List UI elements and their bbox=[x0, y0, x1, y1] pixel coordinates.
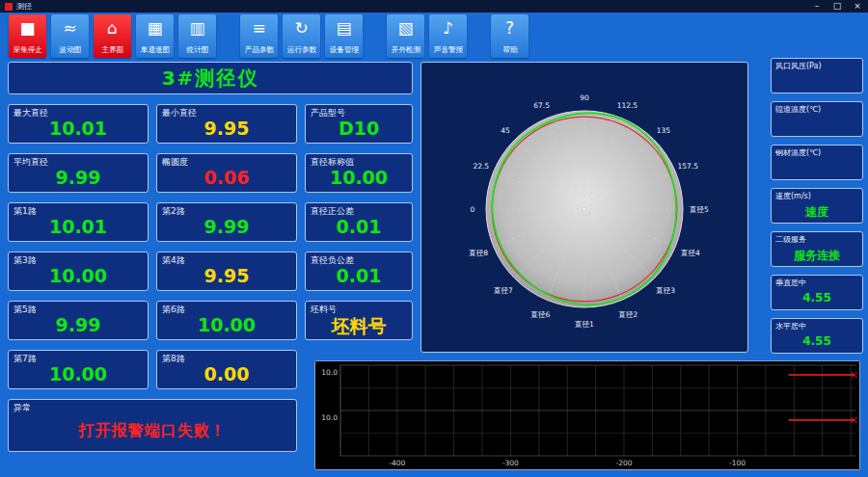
field-max-diameter: 最大直径10.01 bbox=[8, 104, 149, 144]
alarm-message: 打开报警端口失败！ bbox=[9, 421, 296, 441]
field-value: 9.99 bbox=[9, 167, 148, 188]
field-billet-no: 坯料号坯料号 bbox=[305, 301, 413, 340]
field-value: 9.99 bbox=[157, 216, 296, 237]
field-product-model: 产品型号D10 bbox=[305, 104, 413, 144]
svg-text:-200: -200 bbox=[615, 459, 632, 467]
svg-text:112.5: 112.5 bbox=[617, 101, 638, 110]
single-channel-chart-button[interactable]: ▦单通道图 bbox=[136, 14, 174, 58]
device-icon: ▤ bbox=[336, 17, 351, 39]
sound-alarm-button[interactable]: ♪声音警报 bbox=[429, 14, 467, 58]
toolbar-button-label: 波动图 bbox=[59, 44, 81, 54]
status-label: 水平居中 bbox=[775, 321, 806, 331]
window-icon: ▧ bbox=[397, 17, 413, 39]
field-value: D10 bbox=[306, 118, 412, 139]
field-value: 0.01 bbox=[306, 265, 412, 286]
help-icon: ? bbox=[505, 17, 514, 39]
field-channel-5: 第5路9.99 bbox=[8, 301, 149, 340]
status-label: 速度(m/s) bbox=[775, 191, 811, 201]
svg-text:90: 90 bbox=[580, 93, 589, 102]
svg-text:直径6: 直径6 bbox=[530, 310, 551, 319]
device-management-button[interactable]: ▤设备管理 bbox=[325, 14, 363, 58]
status-value: 服务连接 bbox=[772, 248, 862, 264]
help-button[interactable]: ?帮助 bbox=[491, 14, 529, 58]
field-value: 9.95 bbox=[157, 265, 296, 286]
profile-chart-panel: 022.54567.590112.5135157.5直径1直径2直径3直径4直径… bbox=[420, 62, 748, 353]
field-channel-4: 第4路9.95 bbox=[156, 252, 297, 291]
status-value: 速度 bbox=[772, 204, 862, 221]
field-value: 9.99 bbox=[9, 314, 148, 335]
field-value: 坯料号 bbox=[306, 314, 412, 339]
field-value: 10.00 bbox=[9, 265, 148, 286]
app-icon bbox=[5, 3, 13, 11]
external-detect-button[interactable]: ▧开外检测 bbox=[387, 14, 424, 58]
status-label: 辊道温度(℃) bbox=[775, 104, 821, 115]
svg-text:10.0: 10.0 bbox=[321, 413, 338, 422]
status-horizontal-center: 水平居中4.55 bbox=[771, 318, 863, 354]
toolbar-button-label: 开外检测 bbox=[391, 44, 420, 54]
status-label: 二级服务 bbox=[775, 234, 806, 245]
svg-text:直径2: 直径2 bbox=[618, 310, 638, 319]
profile-polar-chart: 022.54567.590112.5135157.5直径1直径2直径3直径4直径… bbox=[421, 63, 747, 352]
status-roller-temp: 辊道温度(℃) bbox=[771, 101, 863, 137]
svg-text:45: 45 bbox=[501, 126, 510, 135]
svg-text:直径8: 直径8 bbox=[468, 249, 488, 257]
svg-text:0: 0 bbox=[471, 205, 475, 214]
home-icon: ⌂ bbox=[107, 17, 118, 39]
field-channel-8: 第8路0.00 bbox=[156, 350, 297, 389]
alarm-label: 异常 bbox=[14, 402, 31, 414]
window-title: 测径 bbox=[16, 1, 811, 12]
toolbar-button-label: 单通道图 bbox=[140, 44, 169, 54]
field-plus-tolerance: 直径正公差0.01 bbox=[305, 202, 413, 242]
svg-text:-400: -400 bbox=[389, 459, 405, 467]
field-minus-tolerance: 直径负公差0.01 bbox=[305, 252, 413, 291]
status-steel-temp: 钢材温度(℃) bbox=[771, 145, 863, 180]
svg-text:直径3: 直径3 bbox=[655, 286, 675, 295]
toolbar-button-label: 产品参数 bbox=[244, 44, 273, 54]
run-params-button[interactable]: ↻运行参数 bbox=[283, 14, 320, 58]
status-vertical-center: 垂直居中4.55 bbox=[771, 275, 863, 310]
field-value: 10.01 bbox=[9, 216, 148, 237]
field-value: 10.01 bbox=[9, 118, 148, 139]
stop-acquisition-button[interactable]: ■采集停止 bbox=[9, 14, 46, 58]
svg-text:直径4: 直径4 bbox=[680, 249, 700, 257]
grid-chart-icon: ▦ bbox=[147, 17, 162, 39]
field-value: 0.01 bbox=[306, 216, 412, 237]
field-nominal-diameter: 直径标称值10.00 bbox=[305, 153, 413, 193]
main-screen-button[interactable]: ⌂主界面 bbox=[94, 14, 131, 58]
field-ovality: 椭圆度0.06 bbox=[156, 153, 297, 193]
gauge-title: 3#测径仪 bbox=[162, 66, 259, 92]
statistics-chart-button[interactable]: ▥统计图 bbox=[178, 14, 216, 58]
svg-text:135: 135 bbox=[657, 126, 671, 135]
field-value: 9.95 bbox=[157, 118, 296, 139]
svg-text:直径7: 直径7 bbox=[493, 286, 513, 295]
svg-text:直径1: 直径1 bbox=[574, 320, 594, 329]
status-label: 垂直居中 bbox=[775, 278, 806, 288]
field-value: 10.00 bbox=[306, 167, 412, 188]
close-button[interactable]: × bbox=[852, 1, 863, 12]
bar-chart-icon: ▥ bbox=[189, 17, 204, 39]
toolbar-button-label: 采集停止 bbox=[13, 44, 41, 54]
titlebar: 测径 – □ × bbox=[0, 0, 868, 13]
product-params-button[interactable]: ≡产品参数 bbox=[240, 14, 278, 58]
status-label: 钢材温度(℃) bbox=[775, 147, 821, 158]
wave-chart-button[interactable]: ≈波动图 bbox=[51, 14, 89, 58]
svg-text:67.5: 67.5 bbox=[533, 101, 550, 110]
svg-text:直径5: 直径5 bbox=[689, 205, 709, 214]
field-avg-diameter: 平均直径9.99 bbox=[8, 153, 149, 193]
field-channel-2: 第2路9.99 bbox=[156, 202, 297, 242]
status-panel: 风口风压(Pa)辊道温度(℃)钢材温度(℃)速度(m/s)速度二级服务服务连接垂… bbox=[771, 58, 863, 361]
status-air-pressure: 风口风压(Pa) bbox=[771, 58, 863, 93]
status-speed: 速度(m/s)速度 bbox=[771, 188, 863, 224]
maximize-button[interactable]: □ bbox=[831, 1, 843, 12]
field-value: 0.00 bbox=[157, 363, 296, 384]
svg-text:157.5: 157.5 bbox=[677, 162, 698, 171]
minimize-button[interactable]: – bbox=[811, 1, 823, 12]
toolbar-button-label: 声音警报 bbox=[433, 44, 462, 54]
svg-text:10.0: 10.0 bbox=[321, 368, 338, 377]
field-channel-3: 第3路10.00 bbox=[8, 252, 149, 291]
toolbar-button-label: 主界面 bbox=[101, 44, 123, 54]
field-min-diameter: 最小直径9.95 bbox=[156, 104, 297, 144]
window-controls: – □ × bbox=[811, 1, 863, 12]
field-value: 0.06 bbox=[157, 167, 296, 188]
run-icon: ↻ bbox=[294, 17, 308, 39]
